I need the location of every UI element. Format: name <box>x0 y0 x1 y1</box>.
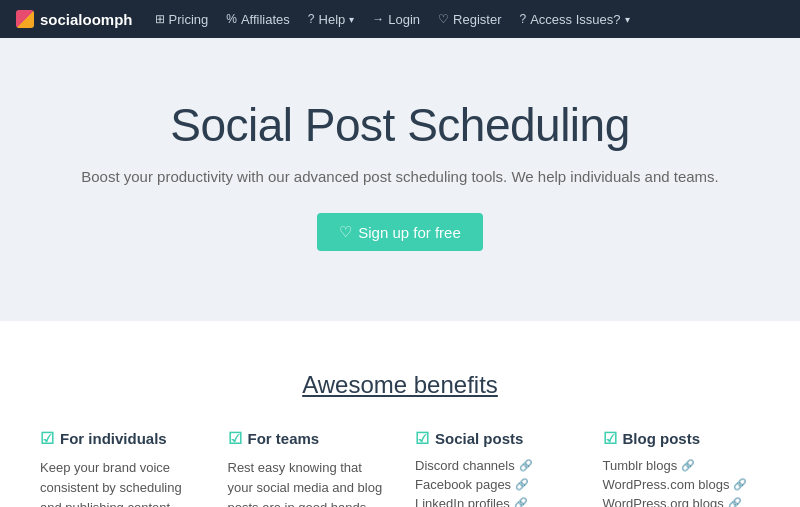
nav-link-label: Register <box>453 12 501 27</box>
benefit-column-3: ☑Blog postsTumblr blogs 🔗WordPress.com b… <box>603 429 761 507</box>
nav-icon: ? <box>308 12 315 26</box>
benefit-column-0: ☑For individualsKeep your brand voice co… <box>40 429 198 507</box>
benefit-list: Discord channels 🔗Facebook pages 🔗Linked… <box>415 458 573 507</box>
checkbox-icon: ☑ <box>228 429 242 448</box>
nav-links: ⊞Pricing%Affiliates?Help ▾→Login♡Registe… <box>147 8 784 31</box>
nav-icon: ? <box>520 12 527 26</box>
nav-link-label: Help <box>319 12 346 27</box>
benefits-grid: ☑For individualsKeep your brand voice co… <box>40 429 760 507</box>
benefit-heading-label: Blog posts <box>623 430 701 447</box>
signup-label: Sign up for free <box>358 224 461 241</box>
nav-link-login[interactable]: →Login <box>364 8 428 31</box>
nav-icon: → <box>372 12 384 26</box>
nav-link-label: Access Issues? <box>530 12 620 27</box>
benefit-heading: ☑For teams <box>228 429 386 448</box>
benefits-title: Awesome benefits <box>40 371 760 399</box>
link-icon[interactable]: 🔗 <box>519 459 533 472</box>
benefit-heading-label: Social posts <box>435 430 523 447</box>
nav-icon: ⊞ <box>155 12 165 26</box>
nav-link-label: Login <box>388 12 420 27</box>
nav-link-affiliates[interactable]: %Affiliates <box>218 8 298 31</box>
benefit-heading: ☑Blog posts <box>603 429 761 448</box>
logo-icon <box>16 10 34 28</box>
nav-link-label: Affiliates <box>241 12 290 27</box>
link-icon[interactable]: 🔗 <box>681 459 695 472</box>
checkbox-icon: ☑ <box>40 429 54 448</box>
nav-link-help[interactable]: ?Help ▾ <box>300 8 362 31</box>
hero-title: Social Post Scheduling <box>20 98 780 152</box>
signup-button[interactable]: ♡ Sign up for free <box>317 213 483 251</box>
nav-icon: ♡ <box>438 12 449 26</box>
list-item: WordPress.org blogs 🔗 <box>603 496 761 507</box>
heart-icon: ♡ <box>339 223 352 241</box>
hero-subtitle: Boost your productivity with our advance… <box>20 168 780 185</box>
benefit-body-text: Rest easy knowing that your social media… <box>228 458 386 507</box>
benefit-column-1: ☑For teamsRest easy knowing that your so… <box>228 429 386 507</box>
link-icon[interactable]: 🔗 <box>733 478 747 491</box>
link-icon[interactable]: 🔗 <box>515 478 529 491</box>
benefits-section: Awesome benefits ☑For individualsKeep yo… <box>0 321 800 507</box>
benefit-body-text: Keep your brand voice consistent by sche… <box>40 458 198 507</box>
nav-icon: % <box>226 12 237 26</box>
benefit-heading: ☑For individuals <box>40 429 198 448</box>
nav-link-label: Pricing <box>169 12 209 27</box>
benefit-heading-label: For individuals <box>60 430 167 447</box>
list-item: Tumblr blogs 🔗 <box>603 458 761 473</box>
nav-link-pricing[interactable]: ⊞Pricing <box>147 8 217 31</box>
hero-section: Social Post Scheduling Boost your produc… <box>0 38 800 321</box>
benefit-heading-label: For teams <box>248 430 320 447</box>
nav-link-access-issues?[interactable]: ?Access Issues? ▾ <box>512 8 638 31</box>
benefit-list: Tumblr blogs 🔗WordPress.com blogs 🔗WordP… <box>603 458 761 507</box>
brand-logo[interactable]: socialoomph <box>16 10 133 28</box>
list-item: Facebook pages 🔗 <box>415 477 573 492</box>
list-item: WordPress.com blogs 🔗 <box>603 477 761 492</box>
chevron-down-icon: ▾ <box>349 14 354 25</box>
list-item: Discord channels 🔗 <box>415 458 573 473</box>
list-item: LinkedIn profiles 🔗 <box>415 496 573 507</box>
link-icon[interactable]: 🔗 <box>514 497 528 507</box>
brand-label: socialoomph <box>40 11 133 28</box>
checkbox-icon: ☑ <box>603 429 617 448</box>
benefit-column-2: ☑Social postsDiscord channels 🔗Facebook … <box>415 429 573 507</box>
benefit-heading: ☑Social posts <box>415 429 573 448</box>
navigation: socialoomph ⊞Pricing%Affiliates?Help ▾→L… <box>0 0 800 38</box>
nav-link-register[interactable]: ♡Register <box>430 8 509 31</box>
chevron-down-icon: ▾ <box>625 14 630 25</box>
link-icon[interactable]: 🔗 <box>728 497 742 507</box>
checkbox-icon: ☑ <box>415 429 429 448</box>
